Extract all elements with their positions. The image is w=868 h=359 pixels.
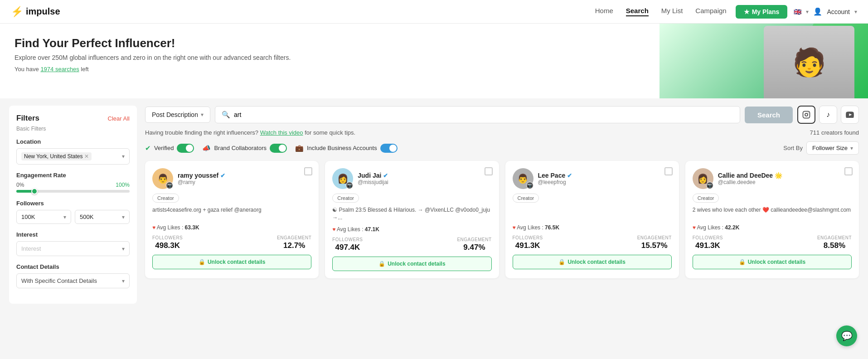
unlock-label: Unlock contact details: [567, 259, 625, 265]
engagement-label: ENGAGEMENT: [637, 235, 672, 240]
avatar-wrap: 👨 📷: [513, 168, 533, 189]
chevron-account-icon: ▾: [854, 9, 857, 15]
filters-sidebar: Filters Clear All Basic Filters Location…: [9, 106, 137, 304]
youtube-platform-icon[interactable]: [841, 106, 859, 124]
creator-tag: Creator: [693, 194, 719, 203]
influencer-card: 👨 📷 ramy youssef ✔ @ramy Creator artists…: [145, 161, 319, 278]
engagement-min: 0%: [16, 182, 24, 188]
card-checkbox[interactable]: [844, 167, 853, 175]
brand-toggle-item: 📣 Brand Collaborators: [202, 144, 287, 153]
avg-likes-value: 42.2K: [725, 224, 739, 231]
nav-campaign[interactable]: Campaign: [695, 7, 726, 16]
sort-value: Follower Size: [812, 145, 848, 151]
search-icon: 🔍: [222, 111, 230, 119]
sort-select[interactable]: Follower Size ▾: [806, 141, 859, 155]
interest-chevron-icon: ▾: [122, 246, 125, 252]
followers-value: 491.3K: [513, 241, 543, 250]
creators-found: 711 creators found: [810, 129, 859, 136]
brand-toggle[interactable]: [270, 144, 287, 153]
influencer-card: 👩 📷 Callie and DeeDee 🌟 @callie.deedee C…: [685, 161, 859, 278]
followers-label: FOLLOWERS: [332, 237, 363, 242]
followers-min-select[interactable]: 100K ▾: [16, 210, 71, 224]
followers-value: 498.3K: [152, 241, 183, 250]
location-label: Location: [16, 138, 130, 145]
card-header: 👩 📷 Judi Jai ✔ @missjudijai: [332, 168, 491, 189]
instagram-platform-icon[interactable]: [797, 106, 815, 124]
unlock-contact-button[interactable]: 🔒 Unlock contact details: [513, 255, 672, 269]
clear-all-button[interactable]: Clear All: [108, 115, 130, 122]
followers-filter: Followers 100K ▾ 500K ▾: [16, 200, 130, 224]
location-chevron-icon: ▾: [122, 153, 125, 160]
contact-label: Contact Details: [16, 263, 130, 270]
contact-filter: Contact Details With Specific Contact De…: [16, 263, 130, 288]
verified-toggle[interactable]: [177, 144, 194, 153]
search-type-select[interactable]: Post Description ▾: [145, 107, 210, 123]
location-clear-icon[interactable]: ✕: [84, 153, 89, 160]
verified-icon: ✔: [220, 172, 225, 179]
results-area: Post Description ▾ 🔍 Search ♪: [145, 106, 859, 304]
nav-my-list[interactable]: My List: [661, 7, 683, 16]
nav-home[interactable]: Home: [595, 7, 613, 16]
card-name: ramy youssef ✔: [178, 172, 225, 179]
followers-max-chevron-icon: ▾: [122, 214, 125, 220]
searches-count-link[interactable]: 1974 searches: [40, 66, 79, 73]
engagement-slider[interactable]: [16, 190, 130, 193]
verified-label: Verified: [154, 145, 174, 151]
card-bio: 2 wives who love each other ❤️ callieand…: [693, 206, 852, 220]
card-checkbox[interactable]: [485, 167, 493, 175]
app-logo[interactable]: ⚡ impulse: [11, 6, 60, 18]
engagement-stat: ENGAGEMENT 12.7%: [277, 235, 311, 250]
location-select[interactable]: New York, United States ✕ ▾: [16, 148, 130, 165]
sort-chevron-icon: ▾: [850, 145, 853, 151]
bolt-icon: ⚡: [11, 6, 23, 18]
engagement-value: 9.47%: [457, 243, 491, 252]
avatar-wrap: 👨 📷: [152, 168, 173, 189]
followers-min-chevron-icon: ▾: [63, 214, 66, 220]
sort-row: Sort By Follower Size ▾: [783, 141, 859, 155]
hero-image: 🧑: [659, 24, 868, 98]
unlock-contact-button[interactable]: 🔒 Unlock contact details: [693, 255, 852, 269]
followers-max-select[interactable]: 500K ▾: [75, 210, 130, 224]
watch-video-link[interactable]: Watch this video: [260, 129, 303, 136]
account-menu[interactable]: 🇬🇧 ▾ 👤 Account ▾: [794, 7, 857, 16]
interest-select[interactable]: Interest ▾: [16, 241, 130, 256]
nav-search[interactable]: Search: [626, 7, 649, 16]
engagement-stat: ENGAGEMENT 15.57%: [637, 235, 672, 250]
hero-text: Find Your Perfect Influencer! Explore ov…: [0, 24, 659, 98]
search-input-box: 🔍: [215, 106, 740, 123]
followers-label: FOLLOWERS: [513, 235, 543, 240]
sort-label: Sort By: [783, 145, 803, 151]
avatar-wrap: 👩 📷: [693, 168, 713, 189]
contact-select[interactable]: With Specific Contact Details ▾: [16, 273, 130, 288]
card-checkbox[interactable]: [304, 167, 312, 175]
unlock-contact-button[interactable]: 🔒 Unlock contact details: [152, 255, 311, 269]
influencer-card: 👩 📷 Judi Jai ✔ @missjudijai Creator ☯ Ps…: [325, 161, 499, 278]
engagement-max: 100%: [116, 182, 130, 188]
search-input[interactable]: [234, 111, 733, 118]
card-checkbox[interactable]: [664, 167, 673, 175]
business-toggle[interactable]: [380, 144, 398, 153]
card-header: 👨 📷 Lee Pace ✔ @leeepfrog: [513, 168, 672, 189]
search-button[interactable]: Search: [745, 107, 793, 123]
unlock-contact-button[interactable]: 🔒 Unlock contact details: [332, 257, 491, 271]
svg-point-1: [805, 113, 808, 116]
flag-icon: 🇬🇧: [794, 8, 801, 15]
location-tag: New York, United States ✕: [21, 152, 92, 160]
heart-icon: ♥: [513, 224, 516, 231]
search-bar-row: Post Description ▾ 🔍 Search ♪: [145, 106, 859, 124]
engagement-value: 12.7%: [277, 241, 311, 250]
my-plans-button[interactable]: ★ My Plans: [736, 5, 788, 19]
engagement-stat: ENGAGEMENT 8.58%: [817, 235, 852, 250]
search-type-chevron-icon: ▾: [201, 112, 204, 118]
card-bio: [513, 206, 672, 220]
star-icon: ★: [744, 8, 750, 15]
heart-icon: ♥: [332, 226, 335, 233]
avg-likes: ♥ Avg Likes : 63.3K: [152, 224, 311, 231]
app-name: impulse: [26, 6, 60, 17]
lock-icon: 🔒: [199, 259, 205, 265]
tiktok-platform-icon[interactable]: ♪: [819, 106, 837, 124]
card-handle: @callie.deedee: [718, 179, 782, 185]
nav-links: Home Search My List Campaign: [595, 7, 727, 16]
engagement-value: 8.58%: [817, 241, 852, 250]
avatar-wrap: 👩 📷: [332, 168, 353, 189]
